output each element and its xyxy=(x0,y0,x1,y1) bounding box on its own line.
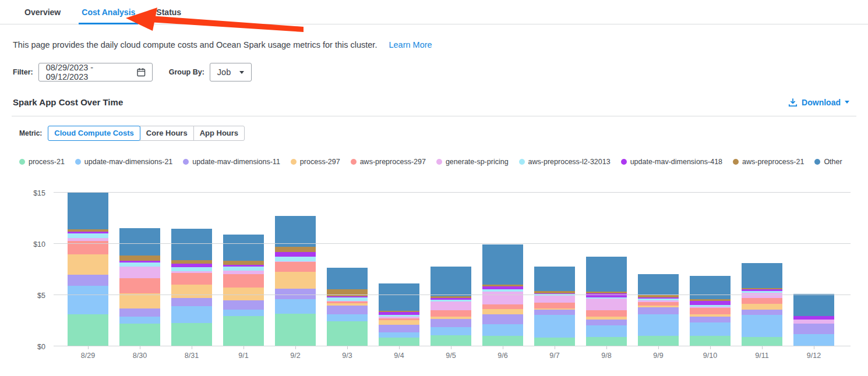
bar-segment[interactable] xyxy=(275,252,316,257)
bar-segment[interactable] xyxy=(431,310,471,317)
bar-segment[interactable] xyxy=(68,275,108,286)
bar-segment[interactable] xyxy=(171,267,212,271)
bar-segment[interactable] xyxy=(793,334,834,346)
bar-segment[interactable] xyxy=(742,337,782,346)
bar-segment[interactable] xyxy=(742,304,782,310)
bar-group[interactable] xyxy=(119,228,160,346)
bar-segment[interactable] xyxy=(119,278,160,293)
bar-segment[interactable] xyxy=(275,257,316,261)
bar-segment[interactable] xyxy=(379,338,419,346)
bar-segment[interactable] xyxy=(379,325,419,332)
metric-button-cloud-compute-costs[interactable]: Cloud Compute Costs xyxy=(48,126,140,141)
legend-item-update-mav-dimensions-21[interactable]: update-mav-dimensions-21 xyxy=(75,158,172,166)
bar-segment[interactable] xyxy=(638,314,679,335)
bar-segment[interactable] xyxy=(119,267,160,278)
bar-group[interactable] xyxy=(431,267,471,346)
bar-segment[interactable] xyxy=(223,300,264,310)
bar-segment[interactable] xyxy=(431,327,471,335)
bar-segment[interactable] xyxy=(482,324,523,335)
bar-segment[interactable] xyxy=(119,263,160,267)
bar-segment[interactable] xyxy=(534,267,575,291)
bar-segment[interactable] xyxy=(171,323,212,346)
bar-group[interactable] xyxy=(586,257,627,346)
bar-segment[interactable] xyxy=(379,283,419,311)
bar-segment[interactable] xyxy=(793,320,834,324)
bar-segment[interactable] xyxy=(431,301,471,310)
bar-segment[interactable] xyxy=(223,267,264,271)
bar-group[interactable] xyxy=(171,229,212,346)
legend-item-update-mav-dimensions-11[interactable]: update-mav-dimensions-11 xyxy=(183,158,280,166)
bar-group[interactable] xyxy=(327,268,368,346)
bar-segment[interactable] xyxy=(171,229,212,261)
bar-segment[interactable] xyxy=(482,244,523,285)
bar-segment[interactable] xyxy=(379,332,419,338)
bar-group[interactable] xyxy=(379,283,419,346)
bar-segment[interactable] xyxy=(379,320,419,325)
legend-item-process-297[interactable]: process-297 xyxy=(291,158,340,166)
bar-segment[interactable] xyxy=(690,317,731,322)
bar-segment[interactable] xyxy=(534,338,575,346)
bar-segment[interactable] xyxy=(223,261,264,265)
bar-segment[interactable] xyxy=(690,301,731,305)
bar-segment[interactable] xyxy=(171,285,212,298)
bar-segment[interactable] xyxy=(223,316,264,346)
bar-segment[interactable] xyxy=(68,233,108,238)
bar-segment[interactable] xyxy=(586,310,627,317)
bar-segment[interactable] xyxy=(119,308,160,317)
bar-group[interactable] xyxy=(742,263,782,346)
bar-segment[interactable] xyxy=(327,314,368,321)
bar-segment[interactable] xyxy=(119,228,160,256)
bar-segment[interactable] xyxy=(638,336,679,346)
legend-item-generate-sp-pricing[interactable]: generate-sp-pricing xyxy=(436,158,509,166)
learn-more-link[interactable]: Learn More xyxy=(389,40,432,49)
bar-segment[interactable] xyxy=(431,335,471,346)
tab-overview[interactable]: Overview xyxy=(22,0,63,24)
bar-segment[interactable] xyxy=(119,317,160,324)
bar-segment[interactable] xyxy=(793,294,834,316)
bar-segment[interactable] xyxy=(275,216,316,247)
legend-item-other[interactable]: Other xyxy=(814,158,842,166)
legend-item-aws-preprocess-l2-32013[interactable]: aws-preprocess-l2-32013 xyxy=(519,158,611,166)
bar-segment[interactable] xyxy=(638,274,679,295)
bar-segment[interactable] xyxy=(275,247,316,252)
legend-item-aws-preprocess-21[interactable]: aws-preprocess-21 xyxy=(733,158,804,166)
bar-segment[interactable] xyxy=(327,268,368,289)
bar-segment[interactable] xyxy=(482,309,523,315)
bar-segment[interactable] xyxy=(223,310,264,316)
bar-group[interactable] xyxy=(275,216,316,346)
bar-segment[interactable] xyxy=(690,308,731,314)
bar-segment[interactable] xyxy=(431,267,471,296)
bar-segment[interactable] xyxy=(586,257,627,292)
metric-button-app-hours[interactable]: App Hours xyxy=(193,126,245,141)
bar-segment[interactable] xyxy=(793,324,834,334)
bar-segment[interactable] xyxy=(68,254,108,275)
bar-segment[interactable] xyxy=(586,299,627,310)
bar-group[interactable] xyxy=(68,192,108,346)
bar-segment[interactable] xyxy=(742,310,782,315)
bar-segment[interactable] xyxy=(742,263,782,288)
bar-segment[interactable] xyxy=(534,303,575,308)
bar-segment[interactable] xyxy=(119,324,160,346)
bar-group[interactable] xyxy=(223,235,264,346)
bar-segment[interactable] xyxy=(68,314,108,346)
legend-item-process-21[interactable]: process-21 xyxy=(19,158,65,166)
bar-segment[interactable] xyxy=(638,307,679,314)
bar-segment[interactable] xyxy=(534,315,575,338)
bar-group[interactable] xyxy=(534,267,575,346)
bar-group[interactable] xyxy=(690,276,731,346)
bar-group[interactable] xyxy=(638,274,679,346)
download-button[interactable]: Download xyxy=(788,98,849,107)
bar-segment[interactable] xyxy=(742,298,782,304)
bar-segment[interactable] xyxy=(275,299,316,314)
bar-segment[interactable] xyxy=(482,336,523,346)
calendar-icon[interactable] xyxy=(136,67,146,77)
bar-group[interactable] xyxy=(793,294,834,346)
bar-segment[interactable] xyxy=(534,296,575,303)
bar-segment[interactable] xyxy=(482,292,523,304)
tab-cost-analysis[interactable]: Cost Analysis xyxy=(79,0,138,24)
bar-segment[interactable] xyxy=(223,274,264,288)
date-range-input[interactable]: 08/29/2023 - 09/12/2023 xyxy=(38,63,153,81)
bar-segment[interactable] xyxy=(742,315,782,337)
bar-segment[interactable] xyxy=(690,276,731,299)
bar-segment[interactable] xyxy=(586,320,627,325)
